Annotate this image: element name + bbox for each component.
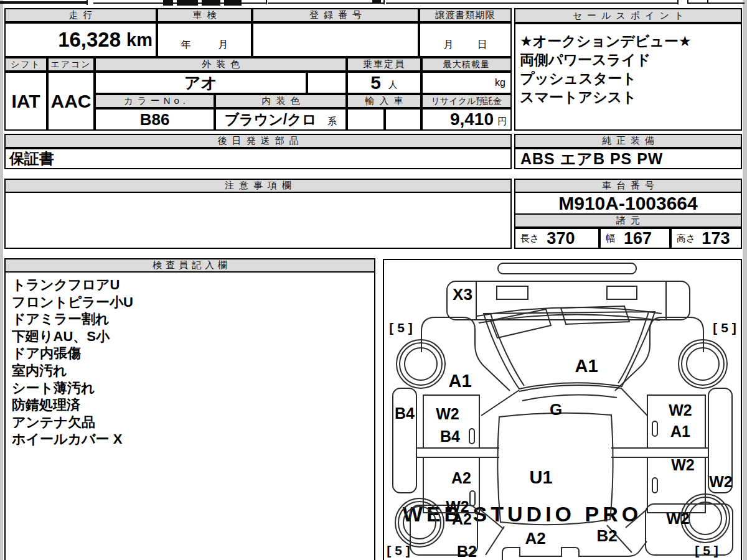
transfer-deadline-header: 譲渡書類期限 — [420, 9, 510, 21]
front-bumper-damage-label: X3 — [453, 285, 472, 304]
inspector-line: 防錆処理済 — [12, 396, 372, 414]
inspector-line: フロントピラー小U — [12, 294, 372, 311]
max-load-value-cell: kg — [423, 73, 510, 93]
inspector-line: トランクフロアU — [12, 276, 372, 294]
top-edge-fragment — [383, 0, 385, 4]
rear-left-quarter-damage-label: B2 — [457, 543, 477, 560]
exterior-color-value: アオ — [96, 73, 306, 93]
rear-right-door-damage-label: W2 — [671, 456, 695, 474]
max-load-unit: kg — [495, 77, 505, 88]
equipment-box: 純正装備 ABS エアB PS PW — [514, 134, 742, 169]
auction-sheet-page: 走行 車検 登録番号 譲渡書類期限 16,328 km 年 月 月 日 シフト … — [0, 0, 747, 560]
front-right-door-damage-label: A1 — [670, 422, 690, 440]
sales-points-box: セールスポイント ★オークションデビュー★ 両側パワースライド プッシュスタート… — [514, 8, 742, 131]
top-edge-fragment — [87, 0, 88, 5]
aircon-header: エアコン — [49, 58, 93, 70]
vehicle-info-table: 走行 車検 登録番号 譲渡書類期限 16,328 km 年 月 月 日 シフト … — [4, 8, 512, 131]
aircon-value: AAC — [49, 73, 93, 129]
import-header: 輸入車 — [348, 95, 420, 107]
chassis-value: M910A-1003664 — [515, 193, 741, 213]
car-damage-diagram: WEB STUDIO PRO — [384, 260, 741, 560]
height-cell: 高さ 173 — [672, 229, 741, 248]
shift-value: IAT — [6, 73, 46, 129]
front-left-door-damage-label: B4 — [440, 427, 460, 445]
roof-damage-label: U1 — [529, 467, 552, 487]
mileage-unit: km — [126, 30, 153, 50]
sales-point-line: スマートアシスト — [520, 88, 738, 106]
recycle-fee-header: リサイクル預託金 — [423, 95, 510, 107]
capacity-value-cell: 5 人 — [348, 73, 420, 93]
import-sub-cell — [386, 110, 420, 129]
mileage-header: 走行 — [6, 9, 156, 21]
recycle-fee-value: 9,410 — [450, 110, 494, 129]
damage-diagram-canvas: WEB STUDIO PRO — [384, 260, 741, 560]
top-edge-fragment — [202, 0, 220, 6]
recycle-fee-value-cell: 9,410 円 — [423, 110, 510, 129]
sales-point-line: プッシュスタート — [520, 69, 738, 88]
tire-depth-front-right: [ 5 ] — [713, 320, 736, 335]
height-value: 173 — [702, 229, 730, 248]
door-handle — [469, 429, 474, 444]
door-handle — [652, 478, 657, 493]
top-edge-fragment — [687, 0, 688, 4]
top-edge-fragment — [163, 0, 173, 6]
capacity-value: 5 — [370, 73, 381, 93]
scan-edge-right — [743, 0, 747, 560]
inspector-line: ドア内張傷 — [12, 345, 372, 362]
import-sub-cell — [348, 110, 383, 129]
front-left-door-damage-label: W2 — [436, 405, 459, 422]
windshield-damage-label: G — [550, 400, 562, 419]
inspector-line: 室内汚れ — [12, 362, 372, 380]
inspector-body: トランクフロアU フロントピラー小U ドアミラー割れ 下廻りAU、S小 ドア内張… — [6, 273, 374, 560]
max-load-header: 最大積載量 — [423, 58, 510, 70]
inspection-value-cell: 年 月 — [158, 24, 251, 56]
transfer-day-label: 日 — [477, 39, 487, 52]
dimensions-header: 諸元 — [515, 215, 741, 226]
notes-body — [6, 193, 510, 248]
top-edge-fragment — [707, 0, 708, 4]
shift-header: シフト — [6, 58, 46, 70]
interior-color-suffix: 系 — [327, 116, 337, 128]
rear-left-door-damage-label: A2 — [451, 469, 471, 487]
height-label: 高さ — [677, 233, 695, 245]
exterior-color-sub-cell — [308, 73, 345, 93]
scan-edge-left — [0, 0, 3, 560]
later-parts-table: 後日発送部品 保証書 — [4, 134, 512, 169]
transfer-deadline-value-cell: 月 日 — [420, 24, 510, 56]
registration-number-header: 登録番号 — [253, 9, 418, 21]
top-edge-fragment — [687, 2, 745, 4]
width-label: 幅 — [606, 233, 615, 245]
equipment-value: ABS エアB PS PW — [515, 149, 741, 168]
chassis-header: 車台番号 — [515, 180, 741, 192]
notes-box: 注意事項欄 — [4, 179, 512, 249]
equipment-header: 純正装備 — [515, 135, 741, 147]
top-edge-fragment — [677, 0, 679, 4]
tire-depth-front-left: [ 5 ] — [389, 320, 412, 335]
length-cell: 長さ 370 — [515, 229, 598, 248]
recycle-fee-unit: 円 — [497, 116, 507, 128]
interior-color-header: 内装色 — [216, 95, 345, 107]
front-right-door-damage-label: W2 — [669, 401, 692, 419]
color-no-header: カラーNo. — [96, 95, 214, 107]
right-rocker-damage-label: W2 — [709, 473, 733, 490]
top-edge-fragment — [268, 2, 385, 4]
left-rocker-damage-label: B4 — [395, 404, 415, 422]
inspector-line: 下廻りAU、S小 — [12, 328, 372, 345]
tailgate-damage-label: B2 — [596, 526, 617, 545]
tire-depth-rear-left: [ 5 ] — [387, 543, 410, 558]
top-edge-fragment — [386, 2, 679, 4]
top-edge-fragment — [0, 1, 88, 4]
mileage-value: 16,328 — [58, 28, 121, 52]
interior-color-value-cell: ブラウン/クロ 系 — [216, 110, 345, 129]
tailgate-damage-label: A2 — [525, 529, 545, 548]
length-label: 長さ — [520, 233, 539, 245]
hood-damage-label: A1 — [575, 356, 598, 376]
inspector-line: シート薄汚れ — [12, 380, 372, 397]
inspection-month-label: 月 — [218, 39, 228, 52]
front-left-fender-damage-label: A1 — [448, 371, 471, 391]
transfer-month-label: 月 — [444, 39, 454, 52]
mileage-value-cell: 16,328 km — [6, 24, 156, 56]
top-edge-fragment — [224, 0, 242, 6]
notes-header: 注意事項欄 — [6, 180, 510, 192]
top-edge-fragment — [372, 0, 381, 4]
